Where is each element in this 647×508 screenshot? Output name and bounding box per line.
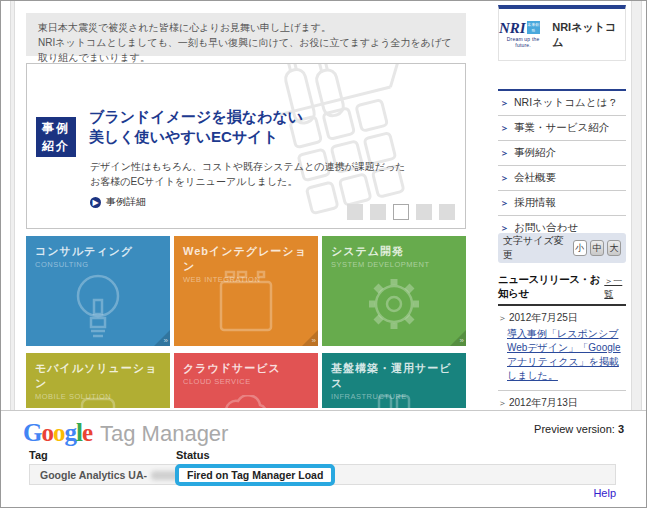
news-item: ＞2012年7月25日 導入事例「レスポンシブWebデザイン」「Googleアナ… xyxy=(498,306,626,391)
hero-description: デザイン性はもちろん、コストや既存システムとの連携が課題だった お客様のECサイ… xyxy=(90,159,405,189)
news-link[interactable]: 導入事例「レスポンシブWebデザイン」「Googleアナリティクス」を掲載しまし… xyxy=(498,327,626,383)
carousel-dot-1[interactable] xyxy=(347,204,363,220)
google-logo-letter: o xyxy=(41,419,53,446)
google-logo-letter: o xyxy=(53,419,65,446)
column-header-status: Status xyxy=(176,449,210,461)
preview-version: Preview version: 3 xyxy=(534,423,624,435)
sidebar-nav: ＞ NRIネットコムとは？ ＞ 事業・サービス紹介 ＞ 事例紹介 ＞ 会社概要 … xyxy=(498,89,626,242)
case-study-badge: 事例 紹介 xyxy=(36,117,76,157)
sidebar-item-recruit[interactable]: ＞ 採用情報 xyxy=(498,191,626,216)
preview-version-number: 3 xyxy=(618,423,624,435)
carousel-dot-3-active[interactable] xyxy=(393,204,409,220)
hero-carousel[interactable]: 事例 紹介 ブランドイメージを損なわない 美しく使いやすいECサイト デザイン性… xyxy=(26,63,466,229)
help-link[interactable]: Help xyxy=(593,487,616,499)
status-badge-highlighted: Fired on Tag Manager Load xyxy=(175,464,335,486)
chevron-right-icon: ＞ xyxy=(500,147,509,160)
column-header-tag: Tag xyxy=(29,449,48,461)
notice-banner: 東日本大震災で被災された皆様に心よりお見舞い申し上げます。 NRIネットコムとし… xyxy=(26,13,466,56)
page: 東日本大震災で被災された皆様に心よりお見舞い申し上げます。 NRIネットコムとし… xyxy=(0,0,647,508)
hero-title: ブランドイメージを損なわない 美しく使いやすいECサイト xyxy=(89,107,303,147)
gear-icon xyxy=(360,270,428,338)
carousel-indicators xyxy=(347,204,455,220)
news-heading: ニュースリリース・お知らせ xyxy=(498,273,604,301)
text-size-small-button[interactable]: 小 xyxy=(573,240,587,256)
lightbulb-icon xyxy=(67,270,129,342)
gtm-debug-panel: Google Tag Manager Preview version: 3 Ta… xyxy=(1,410,646,507)
carousel-dot-4[interactable] xyxy=(416,204,432,220)
news-list-link[interactable]: ＞一覧 xyxy=(604,275,626,301)
google-tag-manager-logo: Google Tag Manager xyxy=(23,419,228,447)
arrow-circle-icon: ▶ xyxy=(90,197,101,208)
notice-line1: 東日本大震災で被災された皆様に心よりお見舞い申し上げます。 xyxy=(38,20,454,35)
tile-cloud-service[interactable]: クラウドサービス CLOUD SERVICE xyxy=(174,353,318,408)
tile-consulting[interactable]: コンサルティング CONSULTING » xyxy=(26,236,170,346)
tile-system-development[interactable]: システム開発 SYSTEM DEVELOPMENT » xyxy=(322,236,466,346)
tile-mobile-solution[interactable]: モバイルソリューション MOBILE SOLUTION xyxy=(26,353,170,408)
tile-web-integration[interactable]: Webインテグレーション WEB INTEGRATION » xyxy=(174,236,318,346)
case-detail-label: 事例詳細 xyxy=(106,195,146,209)
carousel-dot-5[interactable] xyxy=(439,204,455,220)
text-size-label: 文字サイズ変更 xyxy=(503,234,569,262)
tag-manager-wordmark: Tag Manager xyxy=(100,421,228,447)
text-size-large-button[interactable]: 大 xyxy=(607,240,621,256)
table-row: Google Analytics UA- Fired on Tag Manage… xyxy=(29,464,616,485)
chevron-right-icon: ＞ xyxy=(498,398,507,408)
text-size-medium-button[interactable]: 中 xyxy=(590,240,604,256)
chevron-right-icon: ＞ xyxy=(498,313,507,323)
sidebar-item-company[interactable]: ＞ 会社概要 xyxy=(498,166,626,191)
browser-icon xyxy=(214,270,278,336)
chevron-right-icon: ＞ xyxy=(500,97,509,110)
tile-infrastructure[interactable]: 基盤構築・運用サービス INFRASTRUCTURE xyxy=(322,353,466,408)
sidebar-item-services[interactable]: ＞ 事業・サービス紹介 xyxy=(498,116,626,141)
nri-chip-icon: 未来創発 xyxy=(527,21,540,34)
nri-logo[interactable]: NRI 未来創発 Dream up the future. NRIネットコム xyxy=(498,5,626,61)
brand-name: NRIネットコム xyxy=(552,20,625,50)
cloud-icon xyxy=(218,395,274,408)
chevron-right-icon: ＞ xyxy=(500,122,509,135)
nri-tagline: Dream up the future. xyxy=(499,36,547,48)
text-size-changer: 文字サイズ変更 小 中 大 xyxy=(498,233,626,263)
news-date: ＞2012年7月25日 xyxy=(498,311,626,325)
google-logo-letter: g xyxy=(64,419,76,446)
carousel-dot-2[interactable] xyxy=(370,204,386,220)
news-date: ＞2012年7月13日 xyxy=(498,396,626,410)
google-logo-letter: G xyxy=(23,419,41,446)
case-detail-link[interactable]: ▶ 事例詳細 xyxy=(90,195,146,209)
sidebar-item-about[interactable]: ＞ NRIネットコムとは？ xyxy=(498,91,626,116)
chevron-right-icon: ＞ xyxy=(500,197,509,210)
smartphone-icon xyxy=(78,395,118,408)
nri-logo-mark: NRI 未来創発 Dream up the future. xyxy=(499,21,547,48)
server-icon xyxy=(371,395,417,408)
sidebar-item-case-studies[interactable]: ＞ 事例紹介 xyxy=(498,141,626,166)
google-logo-letter: e xyxy=(82,419,92,446)
chevron-right-icon: ＞ xyxy=(500,172,509,185)
notice-line2: NRIネットコムとしましても、一刻も早い復興に向けて、お役に立てますよう全力をあ… xyxy=(38,35,454,65)
